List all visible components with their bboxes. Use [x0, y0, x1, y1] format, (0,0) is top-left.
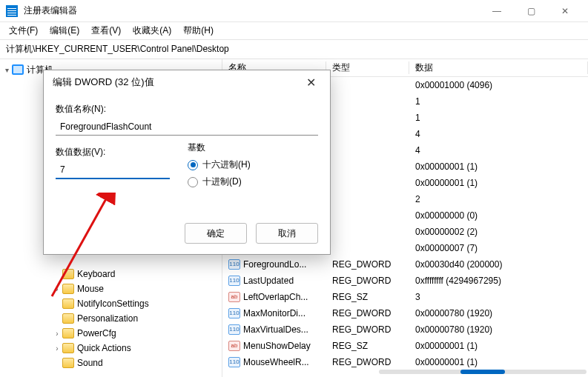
radio-dec-label: 十进制(D) [202, 176, 242, 188]
folder-icon [62, 284, 74, 294]
value-data: 0x00030d40 (200000) [409, 259, 588, 270]
radio-hex[interactable]: 十六进制(H) [188, 159, 318, 171]
value-type: REG_SZ [326, 292, 409, 302]
value-data: 2 [409, 194, 588, 204]
horizontal-scrollbar[interactable] [379, 370, 587, 374]
folder-icon [62, 269, 74, 279]
list-row[interactable]: abMenuShowDelayREG_SZ0x00000001 (1) [222, 338, 588, 354]
value-name: LeftOverlapCh... [243, 292, 308, 302]
dword-value-icon: 110 [228, 357, 240, 367]
value-data: 4 [409, 129, 588, 139]
close-button[interactable]: ✕ [548, 0, 582, 22]
ok-button[interactable]: 确定 [185, 223, 247, 244]
dword-value-icon: 110 [228, 324, 240, 335]
value-data: 0x00000780 (1920) [409, 324, 588, 335]
value-name: MouseWheelR... [243, 357, 309, 367]
dialog-close-button[interactable]: ✕ [300, 76, 321, 90]
list-row[interactable]: abLeftOverlapCh...REG_SZ3 [222, 289, 588, 305]
chevron-right-icon[interactable]: › [52, 285, 62, 293]
dword-value-icon: 110 [228, 259, 240, 270]
tree-item[interactable]: Keyboard [0, 267, 222, 281]
value-name: ForegroundLo... [243, 259, 306, 270]
window-title: 注册表编辑器 [24, 4, 480, 17]
list-row[interactable]: 110LastUpdatedREG_DWORD0xffffffff (42949… [222, 273, 588, 289]
minimize-button[interactable]: — [480, 0, 514, 22]
dword-value-icon: 110 [228, 308, 240, 318]
value-data: 3 [409, 292, 588, 302]
list-row[interactable]: 110MouseWheelR...REG_DWORD0x00000001 (1) [222, 354, 588, 370]
value-data: 0xffffffff (4294967295) [409, 276, 588, 286]
menu-help[interactable]: 帮助(H) [179, 23, 218, 39]
titlebar: 注册表编辑器 — ▢ ✕ [0, 0, 588, 22]
tree-item[interactable]: Sound [0, 356, 222, 370]
menu-favorites[interactable]: 收藏夹(A) [128, 23, 176, 39]
edit-dword-dialog: 编辑 DWORD (32 位)值 ✕ 数值名称(N): 数值数据(V): 基数 … [43, 70, 331, 255]
list-row[interactable]: 110MaxMonitorDi...REG_DWORD0x00000780 (1… [222, 305, 588, 321]
chevron-right-icon[interactable]: › [52, 344, 62, 353]
cancel-button[interactable]: 取消 [256, 223, 318, 244]
tree-item[interactable]: › PowerCfg [0, 326, 222, 341]
chevron-right-icon[interactable]: › [52, 330, 62, 338]
radio-hex-label: 十六进制(H) [202, 159, 251, 171]
list-row[interactable]: 110ForegroundLo...REG_DWORD0x00030d40 (2… [222, 256, 588, 273]
chevron-down-icon[interactable]: ▾ [1, 66, 12, 74]
value-data-label: 数值数据(V): [56, 146, 170, 159]
tree-item-label: Mouse [77, 284, 104, 294]
folder-icon [62, 328, 74, 338]
computer-icon [12, 64, 24, 75]
value-data: 0x00000002 (2) [409, 227, 588, 237]
dword-value-icon: 110 [228, 276, 240, 286]
tree-item-label: PowerCfg [77, 328, 116, 338]
tree-item[interactable]: › Quick Actions [0, 341, 222, 356]
tree-item[interactable]: › Mouse [0, 281, 222, 296]
tree-item[interactable]: NotifyIconSettings [0, 296, 222, 311]
radio-dec[interactable]: 十进制(D) [188, 176, 318, 188]
value-name: LastUpdated [243, 276, 294, 286]
address-bar[interactable]: 计算机\HKEY_CURRENT_USER\Control Panel\Desk… [0, 40, 588, 59]
value-data: 1 [409, 96, 588, 107]
maximize-button[interactable]: ▢ [514, 0, 548, 22]
dialog-titlebar: 编辑 DWORD (32 位)值 ✕ [44, 70, 330, 94]
folder-icon [62, 298, 74, 309]
value-data: 4 [409, 145, 588, 156]
value-data: 0x00000007 (7) [409, 243, 588, 253]
value-name: MaxMonitorDi... [243, 308, 305, 318]
tree-item-label: Keyboard [77, 269, 115, 279]
value-data: 0x00001000 (4096) [409, 80, 588, 90]
string-value-icon: ab [228, 292, 240, 302]
col-data[interactable]: 数据 [409, 61, 588, 74]
value-type: REG_DWORD [326, 259, 409, 270]
menu-view[interactable]: 查看(V) [87, 23, 125, 39]
value-data: 0x00000001 (1) [409, 341, 588, 351]
value-type: REG_DWORD [326, 324, 409, 335]
tree-item-label: Quick Actions [77, 343, 131, 353]
tree-item-label: Personalization [77, 313, 138, 324]
regedit-icon [6, 5, 18, 17]
col-type[interactable]: 类型 [326, 61, 409, 74]
value-type: REG_DWORD [326, 276, 409, 286]
value-data-input[interactable] [56, 161, 170, 179]
tree-item[interactable]: Personalization [0, 311, 222, 326]
value-data: 0x00000000 (0) [409, 210, 588, 221]
value-name-input[interactable] [56, 119, 318, 136]
tree-item-label: NotifyIconSettings [77, 298, 149, 309]
value-name: MenuShowDelay [243, 341, 311, 351]
value-data: 1 [409, 113, 588, 123]
folder-icon [62, 313, 74, 324]
value-type: REG_DWORD [326, 357, 409, 367]
value-name: MaxVirtualDes... [243, 324, 308, 335]
menu-file[interactable]: 文件(F) [4, 23, 42, 39]
menu-edit[interactable]: 编辑(E) [45, 23, 84, 39]
dialog-title: 编辑 DWORD (32 位)值 [53, 76, 300, 89]
window-buttons: — ▢ ✕ [480, 0, 582, 22]
value-data: 0x00000001 (1) [409, 357, 588, 367]
value-name-label: 数值名称(N): [56, 103, 318, 116]
radio-dot-icon [188, 160, 198, 170]
value-data: 0x00000780 (1920) [409, 308, 588, 318]
folder-icon [62, 358, 74, 368]
list-row[interactable]: 110MaxVirtualDes...REG_DWORD0x00000780 (… [222, 321, 588, 338]
radio-dot-icon [188, 177, 198, 187]
tree-item-label: Sound [77, 358, 103, 368]
value-data: 0x00000001 (1) [409, 161, 588, 172]
folder-icon [62, 343, 74, 353]
